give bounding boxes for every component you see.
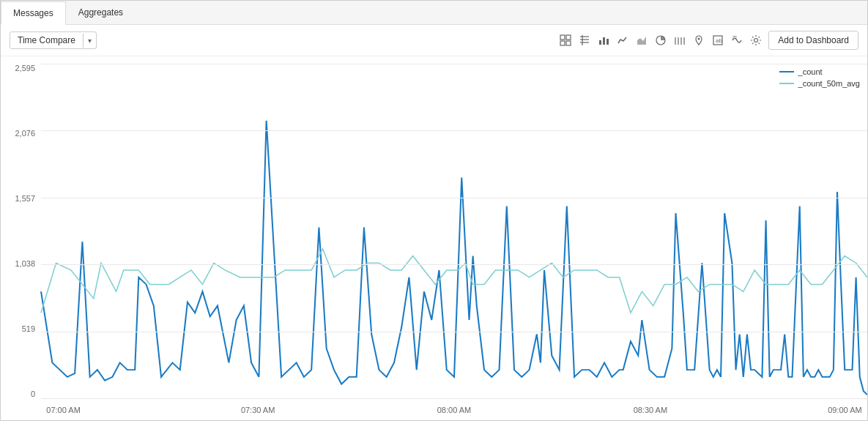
x-label-800: 08:00 AM [437, 406, 471, 414]
table-icon[interactable] [559, 34, 572, 47]
legend-count-line [779, 71, 794, 72]
chart-area: 2,595 2,076 1,557 1,038 519 0 [1, 56, 867, 420]
legend-count-label: _count [798, 67, 823, 76]
x-label-900: 09:00 AM [828, 406, 861, 414]
scatter-icon[interactable] [673, 34, 686, 47]
svg-rect-10 [607, 39, 609, 45]
y-label-2595: 2,595 [15, 64, 35, 72]
y-label-1557: 1,557 [15, 194, 35, 203]
x-label-700: 07:00 AM [46, 406, 80, 414]
tab-bar: Messages Aggregates [1, 1, 867, 25]
legend-avg: _count_50m_avg [779, 79, 860, 88]
svg-text:ab: ab [716, 37, 722, 44]
legend-count: _count [779, 67, 860, 76]
x-axis: 07:00 AM 07:30 AM 08:00 AM 08:30 AM 09:0… [41, 406, 867, 414]
main-container: Messages Aggregates Time Compare ▾ [0, 0, 868, 421]
toolbar: Time Compare ▾ [1, 25, 867, 56]
bar-chart-icon[interactable] [597, 34, 610, 47]
y-label-1038: 1,038 [15, 259, 35, 268]
time-compare-button[interactable]: Time Compare ▾ [10, 31, 97, 49]
area-chart-icon[interactable] [635, 34, 648, 47]
legend: _count _count_50m_avg [779, 67, 860, 88]
settings-icon[interactable] [749, 34, 763, 47]
toolbar-right: ab Add to Dashboard [559, 31, 858, 50]
svg-rect-2 [560, 41, 565, 45]
line-chart-icon[interactable] [616, 34, 629, 47]
x-label-830: 08:30 AM [634, 406, 667, 414]
grid-line-4 [41, 332, 867, 332]
svg-rect-3 [566, 41, 571, 45]
y-axis: 2,595 2,076 1,557 1,038 519 0 [1, 64, 41, 398]
flow-icon[interactable] [730, 34, 743, 47]
legend-avg-label: _count_50m_avg [798, 79, 860, 88]
x-label-730: 07:30 AM [241, 406, 275, 414]
grid-line-bottom [41, 398, 867, 399]
columns-icon[interactable] [578, 34, 591, 47]
svg-rect-8 [599, 40, 601, 45]
svg-rect-1 [566, 35, 571, 40]
chevron-down-icon: ▾ [83, 34, 96, 48]
text-icon[interactable]: ab [711, 34, 724, 47]
time-compare-label: Time Compare [10, 32, 83, 48]
svg-point-17 [698, 38, 700, 40]
grid-lines [41, 64, 867, 398]
pie-chart-icon[interactable] [654, 34, 667, 47]
legend-avg-line [779, 83, 794, 84]
y-label-2076: 2,076 [15, 129, 35, 138]
grid-line-2 [41, 198, 867, 198]
chart-body: _count _count_50m_avg 07:00 AM 07:30 AM … [41, 64, 867, 398]
svg-rect-9 [603, 37, 605, 45]
add-to-dashboard-button[interactable]: Add to Dashboard [768, 31, 858, 50]
grid-line-top [41, 64, 867, 64]
y-label-0: 0 [31, 390, 35, 398]
map-icon[interactable] [692, 34, 705, 47]
svg-point-20 [754, 39, 758, 42]
grid-line-1 [41, 130, 867, 131]
y-label-519: 519 [22, 324, 35, 333]
tab-messages[interactable]: Messages [1, 1, 66, 25]
svg-rect-0 [560, 35, 565, 40]
grid-line-3 [41, 264, 867, 265]
toolbar-left: Time Compare ▾ [10, 31, 97, 49]
tab-aggregates[interactable]: Aggregates [66, 1, 136, 24]
svg-marker-11 [637, 37, 646, 45]
